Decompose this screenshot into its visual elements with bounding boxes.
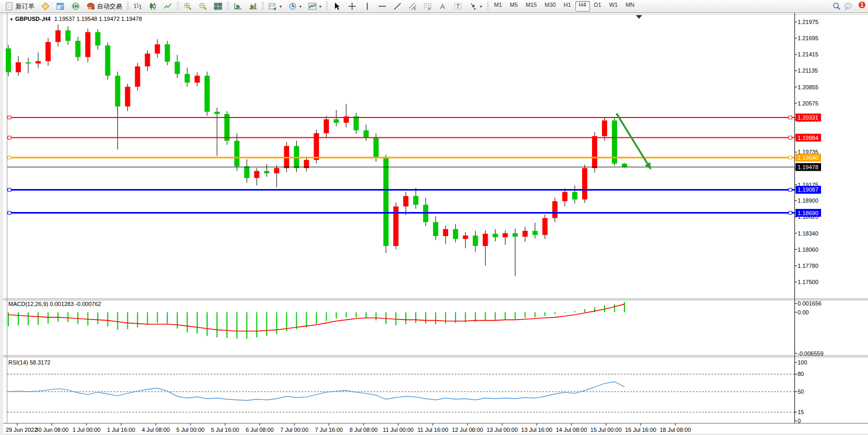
candle-49 bbox=[492, 234, 498, 238]
timeframe-w1-button[interactable]: W1 bbox=[606, 1, 622, 11]
navigator-button[interactable] bbox=[53, 1, 68, 12]
line-chart-button[interactable] bbox=[161, 1, 175, 12]
rsi-axis-label: 100 bbox=[798, 359, 807, 366]
horizontal-line-button[interactable] bbox=[375, 1, 390, 12]
text-button[interactable]: A bbox=[436, 1, 450, 12]
timeframe-m5-button[interactable]: M5 bbox=[506, 1, 521, 11]
arrows-icon bbox=[469, 2, 477, 10]
main-toolbar: 新订单 自动交易 bbox=[0, 0, 868, 13]
timeframe-h1-button[interactable]: H1 bbox=[560, 1, 574, 11]
equidistant-channel-button[interactable]: E bbox=[405, 1, 420, 12]
arrows-button[interactable]: ▾ bbox=[466, 1, 485, 12]
bar-chart-icon bbox=[134, 2, 142, 10]
price-tick-label: 1.21975 bbox=[798, 19, 818, 25]
candle-11 bbox=[115, 76, 120, 107]
candle-23 bbox=[234, 141, 239, 167]
line-handle-left[interactable] bbox=[8, 136, 11, 139]
cursor-button[interactable] bbox=[330, 1, 344, 12]
crosshair-button[interactable] bbox=[345, 1, 359, 12]
time-tick-label: 13 Jul 16:00 bbox=[521, 427, 552, 433]
price-tick-label: 1.21695 bbox=[798, 35, 818, 41]
line-handle-right[interactable] bbox=[789, 188, 792, 191]
text-label-button[interactable]: T bbox=[451, 1, 465, 12]
terminal-button[interactable] bbox=[68, 1, 83, 12]
templates-button[interactable]: ▾ bbox=[305, 1, 324, 12]
time-tick-label: 15 Jul 16:00 bbox=[625, 427, 656, 433]
candle-45 bbox=[453, 229, 458, 239]
bar-chart-button[interactable] bbox=[130, 1, 145, 12]
candle-12 bbox=[125, 87, 130, 107]
zoom-out-icon bbox=[199, 2, 207, 10]
line-handle-right[interactable] bbox=[789, 136, 792, 139]
horizontal-line-icon bbox=[378, 2, 387, 10]
time-tick-label: 1 Jul 16:00 bbox=[107, 427, 135, 433]
chart-shift-button[interactable] bbox=[246, 1, 260, 12]
time-tick-label: 11 Jul 00:00 bbox=[383, 427, 414, 433]
time-tick-label: 15 Jul 00:00 bbox=[590, 427, 622, 433]
candle-37 bbox=[373, 137, 379, 158]
tile-windows-button[interactable] bbox=[211, 1, 225, 12]
fibonacci-button[interactable]: F bbox=[420, 1, 435, 12]
zoom-in-icon bbox=[184, 2, 192, 10]
timeframe-h4-button[interactable]: H4 bbox=[575, 1, 590, 11]
autotrading-button[interactable]: 自动交易 bbox=[83, 1, 125, 12]
periods-button[interactable]: ▾ bbox=[285, 1, 305, 12]
price-tick-label: 1.18340 bbox=[798, 230, 818, 237]
auto-scroll-button[interactable] bbox=[231, 1, 245, 12]
line-handle-right[interactable] bbox=[789, 211, 792, 215]
line-chart-icon bbox=[164, 2, 172, 10]
line-handle-right[interactable] bbox=[789, 156, 792, 159]
price-tag-label: 1.19087 bbox=[798, 186, 818, 193]
line-handle-right[interactable] bbox=[789, 116, 792, 119]
zoom-in-button[interactable] bbox=[180, 1, 195, 12]
chat-bubble-icon[interactable] bbox=[844, 2, 852, 10]
candle-59 bbox=[592, 136, 597, 168]
time-tick-label: 5 Jul 00:00 bbox=[176, 427, 204, 433]
price-tag-label: 1.18690 bbox=[798, 210, 818, 216]
notification-badge[interactable]: 1 bbox=[858, 1, 866, 9]
candle-1 bbox=[16, 62, 21, 72]
arrows-caret-icon: ▾ bbox=[480, 4, 482, 9]
timeframe-m30-button[interactable]: M30 bbox=[541, 1, 559, 11]
candle-8 bbox=[85, 32, 90, 57]
line-handle-left[interactable] bbox=[8, 211, 11, 215]
search-icon[interactable] bbox=[833, 2, 841, 10]
market-watch-button[interactable] bbox=[38, 1, 53, 12]
trendline-button[interactable] bbox=[390, 1, 405, 12]
timeframe-d1-button[interactable]: D1 bbox=[590, 1, 605, 11]
candle-33 bbox=[334, 119, 339, 123]
time-tick-label: 18 Jul 08:00 bbox=[660, 427, 691, 433]
timeframe-mn-button[interactable]: MN bbox=[622, 1, 638, 11]
candle-48 bbox=[483, 234, 488, 246]
candle-62 bbox=[622, 163, 627, 167]
timeframe-m15-button[interactable]: M15 bbox=[522, 1, 540, 11]
time-tick-label: 4 Jul 08:00 bbox=[142, 427, 170, 433]
time-tick-label: 8 Jul 08:00 bbox=[349, 427, 378, 433]
price-tick-label: 1.20575 bbox=[798, 100, 818, 107]
candle-56 bbox=[562, 192, 568, 202]
autotrading-label: 自动交易 bbox=[97, 2, 122, 11]
line-handle-left[interactable] bbox=[8, 156, 11, 159]
vertical-line-button[interactable] bbox=[360, 1, 375, 12]
new-order-icon bbox=[5, 2, 14, 10]
line-handle-left[interactable] bbox=[8, 188, 11, 191]
new-order-button[interactable]: 新订单 bbox=[2, 1, 38, 12]
timeframe-buttons: M1M5M15M30H1H4D1W1MN bbox=[490, 1, 638, 11]
line-handle-left[interactable] bbox=[8, 116, 11, 119]
timeframe-m1-button[interactable]: M1 bbox=[490, 1, 505, 11]
price-tick-label: 1.21415 bbox=[798, 51, 818, 57]
svg-text:F: F bbox=[428, 7, 431, 10]
candle-55 bbox=[552, 201, 558, 218]
chart-canvas[interactable]: 1.219751.216951.214151.211351.208551.205… bbox=[3, 13, 868, 435]
indicators-button[interactable]: ▾ bbox=[266, 1, 285, 12]
price-tick-label: 1.18900 bbox=[798, 197, 818, 204]
navigator-icon bbox=[56, 2, 65, 10]
candlestick-chart-icon bbox=[149, 2, 157, 10]
zoom-out-button[interactable] bbox=[196, 1, 210, 12]
candle-35 bbox=[354, 116, 359, 131]
candlestick-chart-button[interactable] bbox=[146, 1, 160, 12]
svg-text:T: T bbox=[456, 4, 460, 9]
rsi-axis-label: 0 bbox=[798, 418, 801, 424]
candle-47 bbox=[473, 236, 478, 246]
candle-60 bbox=[602, 121, 607, 136]
